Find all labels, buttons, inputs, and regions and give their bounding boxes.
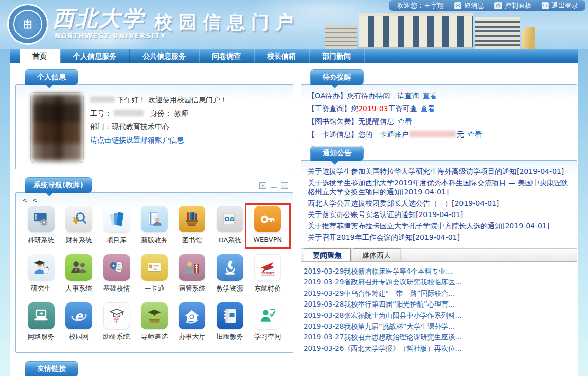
news-item[interactable]: 2019-03-28张宏福院士为山阳县中小学作系列科... [304,310,577,321]
control-panel-link[interactable]: ⚙ 控制面板 [494,1,531,10]
mailbox-settings-link[interactable]: 请点击链接设置邮箱账户信息 [90,136,184,144]
news-item[interactable]: 2019-03-29我校新增临床医学等4个本科专业... [304,266,577,277]
app-label: 人事系统 [65,284,92,293]
panel-tab-pointer [46,193,53,196]
control-panel-label: 控制面板 [505,1,531,10]
book-fan-icon [103,206,130,232]
panel-dropdown-icon[interactable]: ▾ [259,182,266,189]
notice-item[interactable]: 关于落实办公账号实名认证的通知[2019-04-01] [308,210,569,220]
nav-tab-public-services[interactable]: 公共信息服务 [130,49,199,63]
app-webvpn[interactable]: WEBVPN [249,206,287,245]
todo-item-campus-card: 【一卡通信息】您的一卡通账户元查看 [308,130,572,139]
app-campus-card[interactable]: 一卡通 [135,254,173,293]
svg-text:e: e [75,309,84,324]
notice-list: 关于选拔学生参加美国特拉华大学研究生海外高级访学项目的通知[2019-04-01… [308,167,569,242]
app-learning-space[interactable]: 学习空间 [249,302,287,342]
notice-item[interactable]: 西北大学公开选拔校团委部长人选公告（一）[2019-04-01] [308,199,569,208]
notice-item[interactable]: 关于选拔学生参加美国特拉华大学研究生海外高级访学项目的通知[2019-04-01… [308,167,569,176]
app-service-hall[interactable]: 办事大厅 [173,302,211,342]
app-label: WEBVPN [253,236,282,243]
view-link[interactable]: 查看 [468,130,482,138]
portal-page: 西北大学 NORTHWEST UNIVERSITY 校园信息门户 欢迎您：王宇翔… [0,0,588,376]
news-item[interactable]: 2019-03-27我校召开思想政治理论课研究生座谈... [304,332,577,343]
department-line: 部门：现代教育技术中心 [90,120,227,133]
app-basic-info[interactable]: 基础校情 [98,254,135,293]
view-link[interactable]: 查看 [422,92,437,100]
apps-grid: 科研系统 ¥ 财务系统 项目库 [20,206,289,342]
app-label: 项目库 [106,236,127,245]
messages-link[interactable]: ✉ 短消息 [454,1,484,10]
nav-tab-home[interactable]: 首页 [20,49,60,63]
notice-item[interactable]: 关于选拔学生参加西北大学2019年度优秀本科生国际交流项目 — 美国中央康涅狄格… [308,178,569,196]
app-research-assistant[interactable]: ¥ 助研系统 [98,302,135,342]
app-china-eastern[interactable]: 中国东方航空CHINA EASTERN 东航特价 [249,254,287,293]
apps-pager[interactable]: < < [20,195,289,206]
oa-folder-icon: OA [217,206,243,232]
cap-yen-icon: ¥ [103,302,130,329]
nav-tab-survey[interactable]: 问卷调查 [199,49,254,63]
news-tab-bar: 要闻聚焦 媒体西大 [301,248,577,262]
app-oa-system[interactable]: OA OA系统 [211,206,248,245]
app-old-academic[interactable]: 旧版教务 [211,302,248,342]
app-label: 教学资源 [217,284,243,293]
people-icon [65,254,92,281]
laptop-icon [28,302,55,329]
app-research-system[interactable]: 科研系统 [22,206,60,245]
panel-window-controls: ▾ [259,182,288,189]
app-campus-network[interactable]: e 校园网 [60,302,97,342]
microscope-icon [217,254,243,281]
app-dorm-system[interactable]: 宿管系统 [173,254,211,293]
view-link[interactable]: 查看 [421,104,435,113]
logout-link[interactable]: ↪ 退出登录 [542,1,578,10]
news-item[interactable]: 2019-03-29中乌合作筹建“一带一路”国际联合... [304,288,577,299]
left-column: 个人信息 下午好！ 欢迎使用校园信息门户！ 工号： 身份： 教师 [15,69,293,376]
app-finance-system[interactable]: ¥ 财务系统 [60,206,97,245]
nav-tab-president-mailbox[interactable]: 校长信箱 [254,49,309,63]
logout-label: 退出登录 [551,1,578,10]
news-tab-headlines[interactable]: 要闻聚焦 [304,248,351,261]
svg-text:CHINA EASTERN: CHINA EASTERN [261,274,275,276]
panel-minimize-icon[interactable] [270,182,277,189]
notices-body: 关于选拔学生参加美国特拉华大学研究生海外高级访学项目的通知[2019-04-01… [301,160,577,240]
notice-item[interactable]: 关于推荐菲律宾布拉卡国立大学孔子学院中方院长人选的通知[2019-04-01] [308,222,569,231]
panel-todo: 待办提醒 【OA待办】您有待办待阅，请查询查看 【工资查询】您2019-03工资… [301,69,577,137]
building-right-wing [475,17,520,49]
app-graduate-school[interactable]: 研究生 [22,254,60,293]
key-icon [254,206,281,232]
news-tab-media[interactable]: 媒体西大 [353,248,400,261]
building-main-block [359,13,473,49]
gear-icon: ⚙ [494,2,502,9]
app-label: 宿管系统 [179,284,205,293]
avatar-photo-blurred [32,94,82,161]
notices-panel-tab: 通知公告 [310,146,364,161]
personal-info-title: 个人信息 [37,73,66,81]
app-network-services[interactable]: 网络服务 [22,302,60,342]
app-teaching-resources[interactable]: 教学资源 [211,254,248,293]
employee-line: 工号： 身份： 教师 [90,106,227,120]
app-label: 网络服务 [28,332,55,342]
film-clipboard-icon [103,254,130,281]
university-seal-icon [20,16,35,32]
nav-tab-department-news[interactable]: 部门新闻 [309,49,364,63]
notice-item[interactable]: 关于召开2019年工作会议的通知[2019-04-01] [308,233,569,242]
app-project-library[interactable]: 项目库 [98,206,135,245]
news-item[interactable]: 2019-03-28我校第九届“挑战杯”大学生课外学... [304,321,577,332]
panel-tab-pointer [46,85,53,88]
app-mentor-selection[interactable]: 导师遴选 [135,302,173,342]
panel-maximize-icon[interactable] [281,182,288,189]
app-label: 研究生 [31,284,51,293]
news-item[interactable]: 2019-03-29省政府召开专题会议研究我校临床医... [304,277,577,288]
right-column: 待办提醒 【OA待办】您有待办待阅，请查询查看 【工资查询】您2019-03工资… [301,69,577,354]
app-new-academic[interactable]: 新版教务 [135,206,173,245]
app-library[interactable]: 图书馆 [173,206,211,245]
news-item[interactable]: 2019-03-26《西北大学学报》（哲社版）再次位... [304,343,577,354]
panel-system-nav: 系统导航(教师) ▾ < < 科研系统 [15,177,293,353]
nav-tab-personal-services[interactable]: 个人信息服务 [60,49,130,63]
app-hr-system[interactable]: 人事系统 [60,254,97,293]
view-link[interactable]: 查看 [398,117,412,126]
news-item[interactable]: 2019-03-28我校举行第四届“阳光护航”心理育... [304,299,577,310]
todo-text: 元 [457,130,464,138]
panel-personal-info: 个人信息 下午好！ 欢迎使用校园信息门户！ 工号： 身份： 教师 [15,69,293,169]
university-name-en: NORTHWEST UNIVERSITY [55,32,166,40]
notebook-icon [217,302,243,329]
